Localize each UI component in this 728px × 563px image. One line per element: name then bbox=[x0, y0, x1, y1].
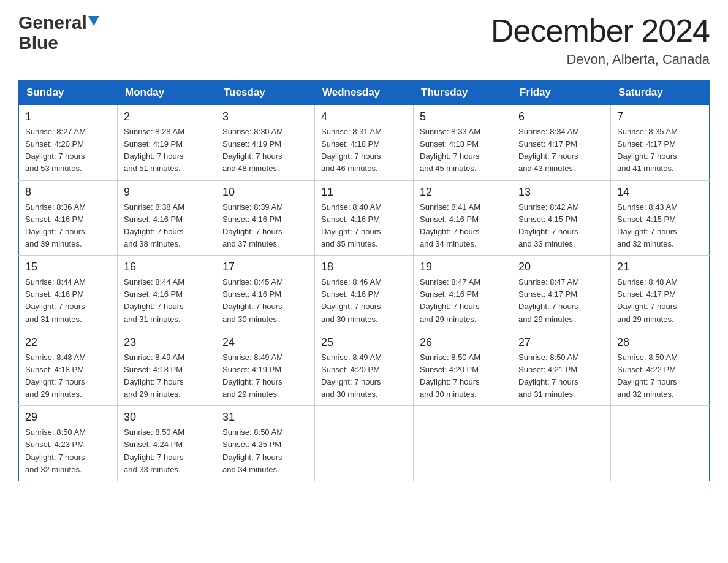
day-number: 27 bbox=[518, 336, 604, 349]
calendar-cell: 27 Sunrise: 8:50 AM Sunset: 4:21 PM Dayl… bbox=[512, 331, 611, 406]
calendar-cell bbox=[512, 406, 611, 481]
day-info: Sunrise: 8:42 AM Sunset: 4:15 PM Dayligh… bbox=[518, 201, 604, 251]
day-info: Sunrise: 8:49 AM Sunset: 4:20 PM Dayligh… bbox=[321, 351, 407, 401]
day-number: 2 bbox=[124, 110, 210, 123]
svg-marker-0 bbox=[88, 16, 99, 26]
calendar-week-row: 1 Sunrise: 8:27 AM Sunset: 4:20 PM Dayli… bbox=[19, 105, 710, 181]
logo: General Blue bbox=[18, 12, 99, 53]
calendar-cell: 12 Sunrise: 8:41 AM Sunset: 4:16 PM Dayl… bbox=[414, 180, 512, 256]
day-number: 7 bbox=[617, 110, 703, 123]
day-number: 3 bbox=[222, 110, 308, 123]
calendar-cell: 10 Sunrise: 8:39 AM Sunset: 4:16 PM Dayl… bbox=[216, 180, 315, 256]
calendar-cell: 30 Sunrise: 8:50 AM Sunset: 4:24 PM Dayl… bbox=[118, 406, 216, 481]
calendar-cell: 25 Sunrise: 8:49 AM Sunset: 4:20 PM Dayl… bbox=[315, 331, 414, 406]
logo-general-text: General bbox=[18, 12, 87, 33]
day-number: 12 bbox=[420, 186, 506, 199]
calendar-cell: 2 Sunrise: 8:28 AM Sunset: 4:19 PM Dayli… bbox=[118, 105, 216, 181]
calendar-cell: 1 Sunrise: 8:27 AM Sunset: 4:20 PM Dayli… bbox=[19, 105, 118, 181]
day-number: 25 bbox=[321, 336, 407, 349]
day-number: 26 bbox=[420, 336, 506, 349]
day-number: 22 bbox=[25, 336, 111, 349]
calendar-cell: 20 Sunrise: 8:47 AM Sunset: 4:17 PM Dayl… bbox=[512, 256, 611, 331]
day-info: Sunrise: 8:50 AM Sunset: 4:20 PM Dayligh… bbox=[420, 351, 506, 401]
day-info: Sunrise: 8:33 AM Sunset: 4:18 PM Dayligh… bbox=[420, 126, 506, 175]
day-info: Sunrise: 8:44 AM Sunset: 4:16 PM Dayligh… bbox=[124, 276, 210, 326]
calendar-cell: 7 Sunrise: 8:35 AM Sunset: 4:17 PM Dayli… bbox=[611, 105, 710, 181]
calendar-cell: 15 Sunrise: 8:44 AM Sunset: 4:16 PM Dayl… bbox=[19, 256, 118, 331]
day-number: 18 bbox=[321, 261, 407, 274]
day-info: Sunrise: 8:38 AM Sunset: 4:16 PM Dayligh… bbox=[124, 201, 210, 251]
day-info: Sunrise: 8:43 AM Sunset: 4:15 PM Dayligh… bbox=[617, 201, 703, 251]
calendar-cell: 14 Sunrise: 8:43 AM Sunset: 4:15 PM Dayl… bbox=[611, 180, 710, 256]
day-number: 11 bbox=[321, 186, 407, 199]
calendar-cell: 28 Sunrise: 8:50 AM Sunset: 4:22 PM Dayl… bbox=[611, 331, 710, 406]
day-number: 1 bbox=[25, 110, 111, 123]
day-info: Sunrise: 8:41 AM Sunset: 4:16 PM Dayligh… bbox=[420, 201, 506, 251]
calendar-cell bbox=[414, 406, 512, 481]
calendar-cell: 4 Sunrise: 8:31 AM Sunset: 4:18 PM Dayli… bbox=[315, 105, 414, 181]
day-number: 20 bbox=[518, 261, 604, 274]
col-sunday: Sunday bbox=[19, 80, 118, 105]
day-number: 19 bbox=[420, 261, 506, 274]
calendar-cell: 24 Sunrise: 8:49 AM Sunset: 4:19 PM Dayl… bbox=[216, 331, 315, 406]
month-title: December 2024 bbox=[491, 12, 710, 49]
day-info: Sunrise: 8:48 AM Sunset: 4:17 PM Dayligh… bbox=[617, 276, 703, 326]
calendar-cell: 8 Sunrise: 8:36 AM Sunset: 4:16 PM Dayli… bbox=[19, 180, 118, 256]
day-info: Sunrise: 8:47 AM Sunset: 4:16 PM Dayligh… bbox=[420, 276, 506, 326]
calendar-cell: 29 Sunrise: 8:50 AM Sunset: 4:23 PM Dayl… bbox=[19, 406, 118, 481]
calendar-cell: 9 Sunrise: 8:38 AM Sunset: 4:16 PM Dayli… bbox=[118, 180, 216, 256]
calendar-cell: 17 Sunrise: 8:45 AM Sunset: 4:16 PM Dayl… bbox=[216, 256, 315, 331]
day-number: 29 bbox=[25, 411, 111, 424]
calendar-week-row: 29 Sunrise: 8:50 AM Sunset: 4:23 PM Dayl… bbox=[19, 406, 710, 481]
calendar-cell: 26 Sunrise: 8:50 AM Sunset: 4:20 PM Dayl… bbox=[414, 331, 512, 406]
day-info: Sunrise: 8:40 AM Sunset: 4:16 PM Dayligh… bbox=[321, 201, 407, 251]
calendar-cell: 3 Sunrise: 8:30 AM Sunset: 4:19 PM Dayli… bbox=[216, 105, 315, 181]
day-info: Sunrise: 8:49 AM Sunset: 4:19 PM Dayligh… bbox=[222, 351, 308, 401]
day-number: 28 bbox=[617, 336, 703, 349]
day-number: 31 bbox=[222, 411, 308, 424]
calendar-cell: 16 Sunrise: 8:44 AM Sunset: 4:16 PM Dayl… bbox=[118, 256, 216, 331]
logo-blue-line: Blue bbox=[18, 33, 99, 53]
day-info: Sunrise: 8:28 AM Sunset: 4:19 PM Dayligh… bbox=[124, 126, 210, 175]
calendar-body: 1 Sunrise: 8:27 AM Sunset: 4:20 PM Dayli… bbox=[19, 105, 710, 481]
calendar-cell: 13 Sunrise: 8:42 AM Sunset: 4:15 PM Dayl… bbox=[512, 180, 611, 256]
day-info: Sunrise: 8:50 AM Sunset: 4:25 PM Dayligh… bbox=[222, 426, 308, 476]
col-friday: Friday bbox=[512, 80, 611, 105]
title-section: December 2024 Devon, Alberta, Canada bbox=[491, 12, 710, 67]
calendar-cell: 6 Sunrise: 8:34 AM Sunset: 4:17 PM Dayli… bbox=[512, 105, 611, 181]
col-wednesday: Wednesday bbox=[315, 80, 414, 105]
day-info: Sunrise: 8:47 AM Sunset: 4:17 PM Dayligh… bbox=[518, 276, 604, 326]
day-info: Sunrise: 8:50 AM Sunset: 4:21 PM Dayligh… bbox=[518, 351, 604, 401]
logo-blue-text: Blue bbox=[18, 33, 58, 53]
calendar-cell: 11 Sunrise: 8:40 AM Sunset: 4:16 PM Dayl… bbox=[315, 180, 414, 256]
calendar-cell bbox=[611, 406, 710, 481]
calendar-cell: 23 Sunrise: 8:49 AM Sunset: 4:18 PM Dayl… bbox=[118, 331, 216, 406]
calendar-week-row: 8 Sunrise: 8:36 AM Sunset: 4:16 PM Dayli… bbox=[19, 180, 710, 256]
day-number: 16 bbox=[124, 261, 210, 274]
col-monday: Monday bbox=[118, 80, 216, 105]
day-number: 14 bbox=[617, 186, 703, 199]
page-header: General Blue December 2024 Devon, Albert… bbox=[18, 12, 710, 67]
calendar-cell: 31 Sunrise: 8:50 AM Sunset: 4:25 PM Dayl… bbox=[216, 406, 315, 481]
calendar-header-row: Sunday Monday Tuesday Wednesday Thursday… bbox=[19, 80, 710, 105]
day-info: Sunrise: 8:44 AM Sunset: 4:16 PM Dayligh… bbox=[25, 276, 111, 326]
logo-triangle-icon bbox=[88, 16, 99, 29]
day-number: 24 bbox=[222, 336, 308, 349]
day-info: Sunrise: 8:46 AM Sunset: 4:16 PM Dayligh… bbox=[321, 276, 407, 326]
day-info: Sunrise: 8:31 AM Sunset: 4:18 PM Dayligh… bbox=[321, 126, 407, 175]
day-number: 10 bbox=[222, 186, 308, 199]
calendar-cell: 22 Sunrise: 8:48 AM Sunset: 4:18 PM Dayl… bbox=[19, 331, 118, 406]
col-tuesday: Tuesday bbox=[216, 80, 315, 105]
calendar-cell: 21 Sunrise: 8:48 AM Sunset: 4:17 PM Dayl… bbox=[611, 256, 710, 331]
day-number: 5 bbox=[420, 110, 506, 123]
day-info: Sunrise: 8:45 AM Sunset: 4:16 PM Dayligh… bbox=[222, 276, 308, 326]
day-number: 4 bbox=[321, 110, 407, 123]
day-info: Sunrise: 8:50 AM Sunset: 4:23 PM Dayligh… bbox=[25, 426, 111, 476]
day-number: 23 bbox=[124, 336, 210, 349]
location-text: Devon, Alberta, Canada bbox=[491, 52, 710, 67]
day-number: 9 bbox=[124, 186, 210, 199]
day-info: Sunrise: 8:27 AM Sunset: 4:20 PM Dayligh… bbox=[25, 126, 111, 175]
calendar-cell bbox=[315, 406, 414, 481]
calendar-week-row: 22 Sunrise: 8:48 AM Sunset: 4:18 PM Dayl… bbox=[19, 331, 710, 406]
day-number: 8 bbox=[25, 186, 111, 199]
